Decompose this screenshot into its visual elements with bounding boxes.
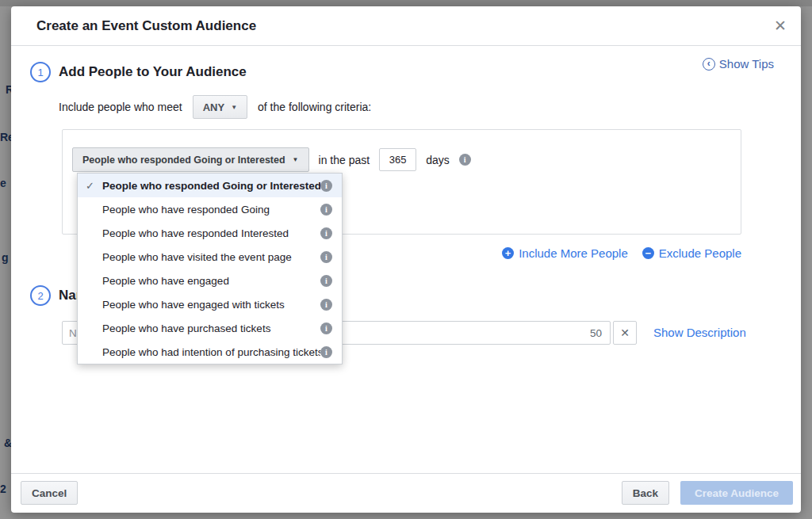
exclude-people-label: Exclude People [659, 246, 741, 260]
menu-item-label: People who have responded Going [102, 204, 320, 216]
event-response-selected-value: People who responded Going or Interested [82, 155, 285, 166]
audience-scope-links: + Include More People − Exclude People [502, 246, 741, 260]
minus-circle-icon: − [642, 247, 654, 259]
menu-item-engaged[interactable]: People who have engaged i [78, 269, 342, 292]
show-tips-link[interactable]: ‹ Show Tips [703, 57, 774, 71]
char-count: 50 [590, 327, 610, 339]
step-1-heading: Add People to Your Audience [59, 62, 247, 82]
match-type-value: ANY [203, 101, 224, 113]
back-button[interactable]: Back [622, 481, 669, 505]
menu-item-label: People who have engaged [102, 275, 320, 287]
menu-item-label: People who responded Going or Interested [102, 180, 320, 192]
menu-item-responded-going-or-interested[interactable]: ✓ People who responded Going or Interest… [78, 174, 342, 197]
info-icon[interactable]: i [320, 180, 332, 192]
step-2-badge: 2 [30, 285, 51, 306]
match-type-dropdown[interactable]: ANY ▼ [193, 95, 247, 119]
menu-item-engaged-with-tickets[interactable]: People who have engaged with tickets i [78, 292, 342, 316]
info-icon[interactable]: i [320, 299, 332, 311]
criteria-sentence: Include people who meet ANY ▼ of the fol… [59, 95, 371, 119]
caret-down-icon: ▼ [231, 104, 237, 111]
plus-circle-icon: + [502, 247, 514, 259]
menu-item-intention-of-purchasing[interactable]: People who had intention of purchasing t… [78, 340, 342, 364]
info-icon[interactable]: i [320, 346, 332, 358]
days-label: days [426, 154, 450, 166]
info-icon[interactable]: i [320, 275, 332, 287]
show-description-link[interactable]: Show Description [653, 321, 746, 345]
info-icon[interactable]: i [320, 227, 332, 239]
include-more-people-label: Include More People [519, 246, 628, 260]
menu-item-label: People who have engaged with tickets [102, 299, 320, 311]
in-the-past-label: in the past [319, 154, 370, 166]
criteria-rule-row: People who responded Going or Interested… [72, 147, 471, 172]
create-audience-button[interactable]: Create Audience [680, 481, 793, 505]
footer-actions: Back Create Audience [622, 481, 793, 505]
close-icon[interactable]: ✕ [771, 17, 790, 36]
menu-item-visited-event-page[interactable]: People who have visited the event page i [78, 245, 342, 269]
create-event-custom-audience-dialog: Create an Event Custom Audience ✕ ‹ Show… [11, 6, 801, 513]
info-icon[interactable]: i [320, 322, 332, 334]
exclude-people-link[interactable]: − Exclude People [642, 246, 741, 260]
clear-name-icon[interactable]: ✕ [613, 321, 637, 345]
show-tips-label: Show Tips [719, 57, 774, 71]
include-more-people-link[interactable]: + Include More People [502, 246, 628, 260]
footer-divider [11, 473, 801, 474]
step-1-badge: 1 [30, 62, 51, 82]
menu-item-label: People who have responded Interested [102, 227, 320, 239]
menu-item-responded-going[interactable]: People who have responded Going i [78, 197, 342, 221]
info-icon[interactable]: i [320, 204, 332, 216]
cancel-button[interactable]: Cancel [21, 481, 78, 505]
menu-item-responded-interested[interactable]: People who have responded Interested i [78, 221, 342, 245]
menu-item-label: People who had intention of purchasing t… [102, 346, 320, 358]
criteria-prefix-text: Include people who meet [59, 101, 182, 113]
check-icon: ✓ [86, 180, 102, 192]
menu-item-label: People who have purchased tickets [102, 322, 320, 334]
event-response-dropdown-menu: ✓ People who responded Going or Interest… [77, 173, 343, 364]
event-response-dropdown[interactable]: People who responded Going or Interested… [72, 147, 309, 172]
caret-down-icon: ▼ [293, 156, 299, 163]
days-input[interactable] [379, 148, 416, 171]
info-icon[interactable]: i [320, 251, 332, 263]
chevron-left-circle-icon: ‹ [703, 58, 715, 71]
info-icon[interactable]: i [459, 154, 471, 166]
dialog-title: Create an Event Custom Audience [36, 6, 256, 46]
menu-item-label: People who have visited the event page [102, 251, 320, 263]
criteria-suffix-text: of the following criteria: [258, 101, 371, 113]
menu-item-purchased-tickets[interactable]: People who have purchased tickets i [78, 316, 342, 340]
dialog-header: Create an Event Custom Audience ✕ [11, 6, 801, 46]
